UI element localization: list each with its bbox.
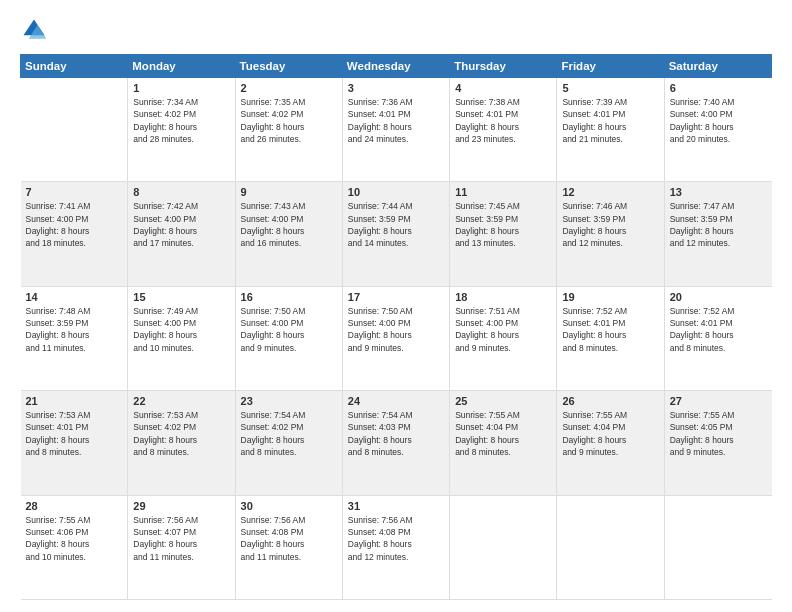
header-day: Friday xyxy=(557,55,664,78)
day-cell: 7Sunrise: 7:41 AM Sunset: 4:00 PM Daylig… xyxy=(21,182,128,286)
day-cell: 5Sunrise: 7:39 AM Sunset: 4:01 PM Daylig… xyxy=(557,78,664,182)
day-cell: 1Sunrise: 7:34 AM Sunset: 4:02 PM Daylig… xyxy=(128,78,235,182)
day-number: 28 xyxy=(26,500,124,512)
day-cell: 11Sunrise: 7:45 AM Sunset: 3:59 PM Dayli… xyxy=(450,182,557,286)
day-cell: 19Sunrise: 7:52 AM Sunset: 4:01 PM Dayli… xyxy=(557,286,664,390)
header-day: Tuesday xyxy=(235,55,342,78)
day-info: Sunrise: 7:42 AM Sunset: 4:00 PM Dayligh… xyxy=(133,200,230,249)
week-row: 28Sunrise: 7:55 AM Sunset: 4:06 PM Dayli… xyxy=(21,495,772,599)
logo-icon xyxy=(20,16,48,44)
day-info: Sunrise: 7:56 AM Sunset: 4:08 PM Dayligh… xyxy=(348,514,445,563)
day-cell xyxy=(21,78,128,182)
day-cell: 23Sunrise: 7:54 AM Sunset: 4:02 PM Dayli… xyxy=(235,391,342,495)
day-cell: 26Sunrise: 7:55 AM Sunset: 4:04 PM Dayli… xyxy=(557,391,664,495)
day-number: 11 xyxy=(455,186,552,198)
day-info: Sunrise: 7:56 AM Sunset: 4:07 PM Dayligh… xyxy=(133,514,230,563)
day-number: 20 xyxy=(670,291,768,303)
header-day: Thursday xyxy=(450,55,557,78)
day-number: 26 xyxy=(562,395,659,407)
day-number: 12 xyxy=(562,186,659,198)
day-cell: 16Sunrise: 7:50 AM Sunset: 4:00 PM Dayli… xyxy=(235,286,342,390)
day-number: 1 xyxy=(133,82,230,94)
day-number: 21 xyxy=(26,395,124,407)
day-cell: 8Sunrise: 7:42 AM Sunset: 4:00 PM Daylig… xyxy=(128,182,235,286)
day-cell: 12Sunrise: 7:46 AM Sunset: 3:59 PM Dayli… xyxy=(557,182,664,286)
day-number: 10 xyxy=(348,186,445,198)
day-cell xyxy=(450,495,557,599)
day-number: 25 xyxy=(455,395,552,407)
day-number: 9 xyxy=(241,186,338,198)
day-number: 19 xyxy=(562,291,659,303)
day-info: Sunrise: 7:55 AM Sunset: 4:06 PM Dayligh… xyxy=(26,514,124,563)
day-number: 24 xyxy=(348,395,445,407)
day-info: Sunrise: 7:51 AM Sunset: 4:00 PM Dayligh… xyxy=(455,305,552,354)
day-info: Sunrise: 7:55 AM Sunset: 4:05 PM Dayligh… xyxy=(670,409,768,458)
day-cell: 14Sunrise: 7:48 AM Sunset: 3:59 PM Dayli… xyxy=(21,286,128,390)
logo xyxy=(20,16,52,44)
day-cell: 21Sunrise: 7:53 AM Sunset: 4:01 PM Dayli… xyxy=(21,391,128,495)
day-number: 6 xyxy=(670,82,768,94)
day-info: Sunrise: 7:50 AM Sunset: 4:00 PM Dayligh… xyxy=(348,305,445,354)
page: SundayMondayTuesdayWednesdayThursdayFrid… xyxy=(0,0,792,612)
day-info: Sunrise: 7:41 AM Sunset: 4:00 PM Dayligh… xyxy=(26,200,124,249)
day-info: Sunrise: 7:56 AM Sunset: 4:08 PM Dayligh… xyxy=(241,514,338,563)
day-cell: 28Sunrise: 7:55 AM Sunset: 4:06 PM Dayli… xyxy=(21,495,128,599)
day-cell: 30Sunrise: 7:56 AM Sunset: 4:08 PM Dayli… xyxy=(235,495,342,599)
calendar-table: SundayMondayTuesdayWednesdayThursdayFrid… xyxy=(20,54,772,600)
day-info: Sunrise: 7:47 AM Sunset: 3:59 PM Dayligh… xyxy=(670,200,768,249)
day-cell: 10Sunrise: 7:44 AM Sunset: 3:59 PM Dayli… xyxy=(342,182,449,286)
day-info: Sunrise: 7:53 AM Sunset: 4:01 PM Dayligh… xyxy=(26,409,124,458)
week-row: 21Sunrise: 7:53 AM Sunset: 4:01 PM Dayli… xyxy=(21,391,772,495)
day-cell: 15Sunrise: 7:49 AM Sunset: 4:00 PM Dayli… xyxy=(128,286,235,390)
day-cell: 2Sunrise: 7:35 AM Sunset: 4:02 PM Daylig… xyxy=(235,78,342,182)
day-number: 30 xyxy=(241,500,338,512)
day-cell: 9Sunrise: 7:43 AM Sunset: 4:00 PM Daylig… xyxy=(235,182,342,286)
day-cell xyxy=(664,495,771,599)
day-info: Sunrise: 7:48 AM Sunset: 3:59 PM Dayligh… xyxy=(26,305,124,354)
day-number: 22 xyxy=(133,395,230,407)
day-cell: 27Sunrise: 7:55 AM Sunset: 4:05 PM Dayli… xyxy=(664,391,771,495)
day-info: Sunrise: 7:36 AM Sunset: 4:01 PM Dayligh… xyxy=(348,96,445,145)
day-cell xyxy=(557,495,664,599)
header-row: SundayMondayTuesdayWednesdayThursdayFrid… xyxy=(21,55,772,78)
day-cell: 25Sunrise: 7:55 AM Sunset: 4:04 PM Dayli… xyxy=(450,391,557,495)
day-info: Sunrise: 7:53 AM Sunset: 4:02 PM Dayligh… xyxy=(133,409,230,458)
day-info: Sunrise: 7:49 AM Sunset: 4:00 PM Dayligh… xyxy=(133,305,230,354)
day-info: Sunrise: 7:50 AM Sunset: 4:00 PM Dayligh… xyxy=(241,305,338,354)
day-info: Sunrise: 7:44 AM Sunset: 3:59 PM Dayligh… xyxy=(348,200,445,249)
header-day: Sunday xyxy=(21,55,128,78)
header-day: Wednesday xyxy=(342,55,449,78)
day-info: Sunrise: 7:38 AM Sunset: 4:01 PM Dayligh… xyxy=(455,96,552,145)
day-cell: 24Sunrise: 7:54 AM Sunset: 4:03 PM Dayli… xyxy=(342,391,449,495)
day-info: Sunrise: 7:35 AM Sunset: 4:02 PM Dayligh… xyxy=(241,96,338,145)
day-number: 7 xyxy=(26,186,124,198)
day-number: 27 xyxy=(670,395,768,407)
week-row: 1Sunrise: 7:34 AM Sunset: 4:02 PM Daylig… xyxy=(21,78,772,182)
day-info: Sunrise: 7:40 AM Sunset: 4:00 PM Dayligh… xyxy=(670,96,768,145)
header-day: Saturday xyxy=(664,55,771,78)
day-number: 16 xyxy=(241,291,338,303)
day-number: 5 xyxy=(562,82,659,94)
day-info: Sunrise: 7:54 AM Sunset: 4:02 PM Dayligh… xyxy=(241,409,338,458)
week-row: 14Sunrise: 7:48 AM Sunset: 3:59 PM Dayli… xyxy=(21,286,772,390)
day-cell: 20Sunrise: 7:52 AM Sunset: 4:01 PM Dayli… xyxy=(664,286,771,390)
day-number: 17 xyxy=(348,291,445,303)
day-number: 13 xyxy=(670,186,768,198)
day-info: Sunrise: 7:55 AM Sunset: 4:04 PM Dayligh… xyxy=(562,409,659,458)
day-info: Sunrise: 7:54 AM Sunset: 4:03 PM Dayligh… xyxy=(348,409,445,458)
day-cell: 3Sunrise: 7:36 AM Sunset: 4:01 PM Daylig… xyxy=(342,78,449,182)
day-number: 23 xyxy=(241,395,338,407)
day-cell: 18Sunrise: 7:51 AM Sunset: 4:00 PM Dayli… xyxy=(450,286,557,390)
day-cell: 29Sunrise: 7:56 AM Sunset: 4:07 PM Dayli… xyxy=(128,495,235,599)
day-info: Sunrise: 7:52 AM Sunset: 4:01 PM Dayligh… xyxy=(670,305,768,354)
week-row: 7Sunrise: 7:41 AM Sunset: 4:00 PM Daylig… xyxy=(21,182,772,286)
day-number: 3 xyxy=(348,82,445,94)
header-day: Monday xyxy=(128,55,235,78)
day-number: 8 xyxy=(133,186,230,198)
day-cell: 31Sunrise: 7:56 AM Sunset: 4:08 PM Dayli… xyxy=(342,495,449,599)
day-number: 29 xyxy=(133,500,230,512)
header xyxy=(20,16,772,44)
day-info: Sunrise: 7:39 AM Sunset: 4:01 PM Dayligh… xyxy=(562,96,659,145)
day-cell: 17Sunrise: 7:50 AM Sunset: 4:00 PM Dayli… xyxy=(342,286,449,390)
day-number: 15 xyxy=(133,291,230,303)
